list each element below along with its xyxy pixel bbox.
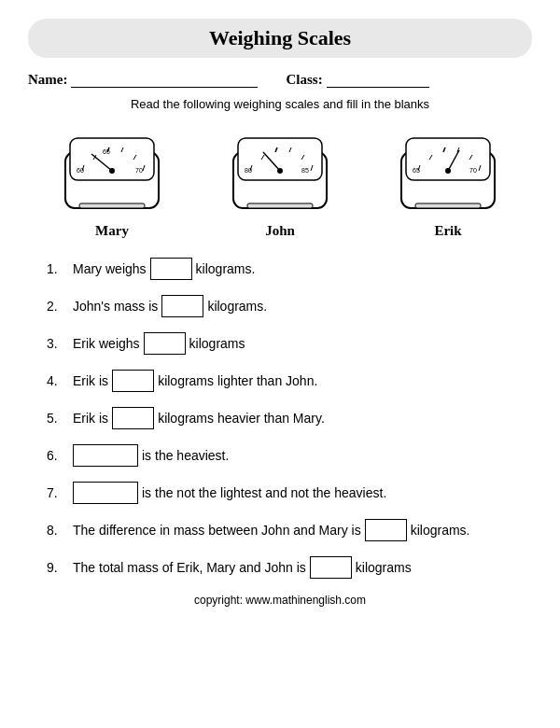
q9-num: 9. bbox=[47, 560, 73, 575]
q6-text: is the heaviest. bbox=[73, 444, 229, 467]
q9-answer-box[interactable] bbox=[310, 556, 352, 579]
scale-svg-mary: 60 65 70 bbox=[56, 124, 168, 217]
scales-row: 60 65 70 Mary bbox=[28, 124, 532, 239]
q4-after: kilograms lighter than John. bbox=[158, 373, 317, 388]
class-label: Class: bbox=[286, 72, 322, 88]
scale-svg-erik: 65 70 bbox=[392, 124, 504, 217]
question-8: 8. The difference in mass between John a… bbox=[47, 519, 532, 541]
scale-mary: 60 65 70 Mary bbox=[56, 124, 168, 239]
q1-num: 1. bbox=[47, 261, 73, 276]
q8-num: 8. bbox=[47, 523, 73, 538]
q2-num: 2. bbox=[47, 299, 73, 314]
q7-num: 7. bbox=[47, 485, 73, 500]
name-label: Name: bbox=[28, 72, 67, 88]
question-4: 4. Erik is kilograms lighter than John. bbox=[47, 370, 532, 392]
svg-point-38 bbox=[445, 168, 451, 174]
scale-label-mary: Mary bbox=[95, 223, 129, 239]
svg-text:70: 70 bbox=[469, 167, 477, 174]
q6-after: is the heaviest. bbox=[142, 448, 229, 463]
svg-rect-26 bbox=[247, 203, 313, 208]
q2-after: kilograms. bbox=[207, 299, 267, 314]
scale-label-erik: Erik bbox=[434, 223, 461, 239]
scale-erik: 65 70 Erik bbox=[392, 124, 504, 239]
q7-answer-box[interactable] bbox=[73, 482, 138, 504]
q5-answer-box[interactable] bbox=[112, 407, 154, 429]
q8-after: kilograms. bbox=[411, 523, 470, 538]
scale-label-john: John bbox=[265, 223, 295, 239]
svg-text:85: 85 bbox=[301, 167, 309, 174]
svg-rect-1 bbox=[70, 138, 154, 180]
q3-text: Erik weighs kilograms bbox=[73, 332, 245, 355]
question-2: 2. John's mass is kilograms. bbox=[47, 295, 532, 317]
svg-rect-28 bbox=[406, 138, 490, 180]
q3-after: kilograms bbox=[189, 336, 245, 351]
q5-text: Erik is kilograms heavier than Mary. bbox=[73, 407, 325, 429]
q3-num: 3. bbox=[47, 336, 73, 351]
question-7: 7. is the not the lightest and not the h… bbox=[47, 482, 532, 504]
page-title: Weighing Scales bbox=[28, 26, 532, 50]
q8-before: The difference in mass between John and … bbox=[73, 523, 361, 538]
q8-answer-box[interactable] bbox=[365, 519, 407, 541]
question-3: 3. Erik weighs kilograms bbox=[47, 332, 532, 355]
svg-rect-13 bbox=[79, 203, 145, 208]
scale-john: 80 85 John bbox=[224, 124, 336, 239]
q2-text: John's mass is kilograms. bbox=[73, 295, 267, 317]
q2-before: John's mass is bbox=[73, 299, 158, 314]
q1-text: Mary weighs kilograms. bbox=[73, 258, 255, 280]
title-bar: Weighing Scales bbox=[28, 19, 532, 58]
question-5: 5. Erik is kilograms heavier than Mary. bbox=[47, 407, 532, 429]
q1-before: Mary weighs bbox=[73, 261, 147, 276]
q6-num: 6. bbox=[47, 448, 73, 463]
q4-text: Erik is kilograms lighter than John. bbox=[73, 370, 317, 392]
question-6: 6. is the heaviest. bbox=[47, 444, 532, 467]
q5-after: kilograms heavier than Mary. bbox=[158, 411, 325, 426]
class-input-line bbox=[327, 71, 429, 88]
q4-before: Erik is bbox=[73, 373, 108, 388]
svg-point-12 bbox=[109, 168, 115, 174]
scale-svg-john: 80 85 bbox=[224, 124, 336, 217]
q4-answer-box[interactable] bbox=[112, 370, 154, 392]
instructions: Read the following weighing scales and f… bbox=[28, 97, 532, 111]
q6-answer-box[interactable] bbox=[73, 444, 138, 467]
svg-text:70: 70 bbox=[135, 167, 143, 174]
svg-point-25 bbox=[277, 168, 283, 174]
q7-after: is the not the lightest and not the heav… bbox=[142, 485, 386, 500]
q1-after: kilograms. bbox=[196, 261, 256, 276]
q2-answer-box[interactable] bbox=[161, 295, 203, 317]
q9-before: The total mass of Erik, Mary and John is bbox=[73, 560, 306, 575]
question-9: 9. The total mass of Erik, Mary and John… bbox=[47, 556, 532, 579]
questions-section: 1. Mary weighs kilograms. 2. John's mass… bbox=[47, 258, 532, 579]
page: Weighing Scales Name: Class: Read the fo… bbox=[0, 0, 560, 728]
q5-before: Erik is bbox=[73, 411, 108, 426]
q3-before: Erik weighs bbox=[73, 336, 140, 351]
copyright: copyright: www.mathinenglish.com bbox=[28, 594, 532, 607]
q3-answer-box[interactable] bbox=[144, 332, 186, 355]
q5-num: 5. bbox=[47, 411, 73, 426]
q8-text: The difference in mass between John and … bbox=[73, 519, 469, 541]
svg-rect-39 bbox=[415, 203, 481, 208]
question-1: 1. Mary weighs kilograms. bbox=[47, 258, 532, 280]
svg-rect-15 bbox=[238, 138, 322, 180]
q9-after: kilograms bbox=[356, 560, 412, 575]
q4-num: 4. bbox=[47, 373, 73, 388]
q1-answer-box[interactable] bbox=[150, 258, 192, 280]
name-input-line bbox=[71, 71, 258, 88]
name-class-row: Name: Class: bbox=[28, 71, 532, 88]
q9-text: The total mass of Erik, Mary and John is… bbox=[73, 556, 412, 579]
q7-text: is the not the lightest and not the heav… bbox=[73, 482, 386, 504]
